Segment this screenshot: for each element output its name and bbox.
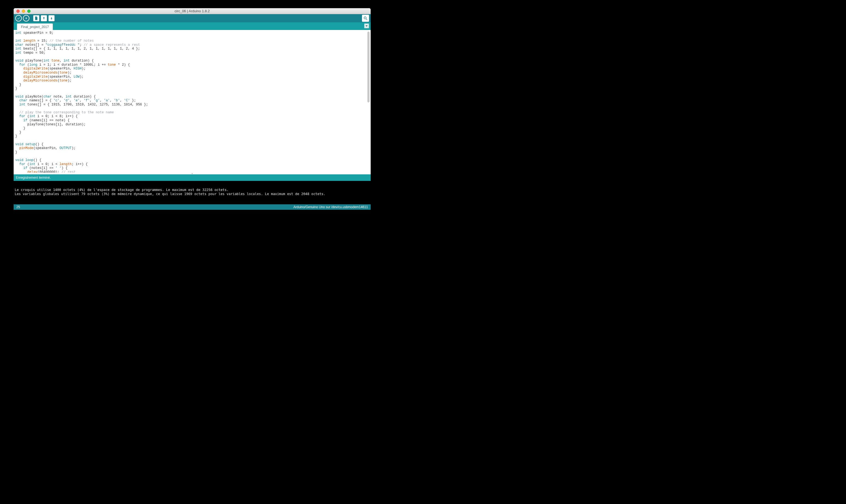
serial-monitor-button[interactable] — [362, 15, 369, 22]
verify-button[interactable] — [15, 15, 22, 21]
arrow-right-icon — [24, 16, 28, 20]
board-port-label: Arduino/Genuino Uno sur /dev/cu.usbmodem… — [293, 205, 368, 209]
window-title: circ_06 | Arduino 1.8.2 — [14, 9, 371, 13]
window-titlebar[interactable]: circ_06 | Arduino 1.8.2 — [14, 8, 371, 14]
svg-line-1 — [366, 19, 367, 20]
scrollbar-thumb[interactable] — [367, 32, 370, 103]
upload-button[interactable] — [23, 15, 30, 21]
tabs-menu-button[interactable] — [364, 23, 369, 28]
svg-point-0 — [364, 17, 366, 19]
code-content: int speakerPin = 9; int length = 15; // … — [14, 30, 371, 173]
toolbar — [14, 14, 371, 22]
magnifier-icon — [363, 16, 368, 20]
line-number: 25 — [16, 205, 20, 209]
tab-active[interactable]: Final_project_2017 — [17, 23, 53, 30]
save-button[interactable] — [48, 15, 55, 22]
arduino-window: circ_06 | Arduino 1.8.2 — [14, 8, 371, 210]
vertical-scrollbar[interactable] — [367, 31, 370, 172]
arrow-up-icon — [42, 16, 46, 20]
check-icon — [17, 16, 20, 20]
arrow-down-icon — [50, 16, 53, 20]
tabs-bar: Final_project_2017 — [14, 22, 371, 30]
open-button[interactable] — [40, 15, 48, 22]
footer-bar: 25 Arduino/Genuino Uno sur /dev/cu.usbmo… — [14, 204, 371, 210]
code-editor[interactable]: int speakerPin = 9; int length = 15; // … — [14, 30, 371, 173]
console-output: Le croquis utilise 1400 octets (4%) de l… — [14, 181, 371, 204]
status-bar: Enregistrement terminé. — [14, 174, 371, 181]
status-message: Enregistrement terminé. — [16, 176, 51, 180]
file-icon — [34, 16, 38, 20]
new-button[interactable] — [33, 15, 40, 22]
